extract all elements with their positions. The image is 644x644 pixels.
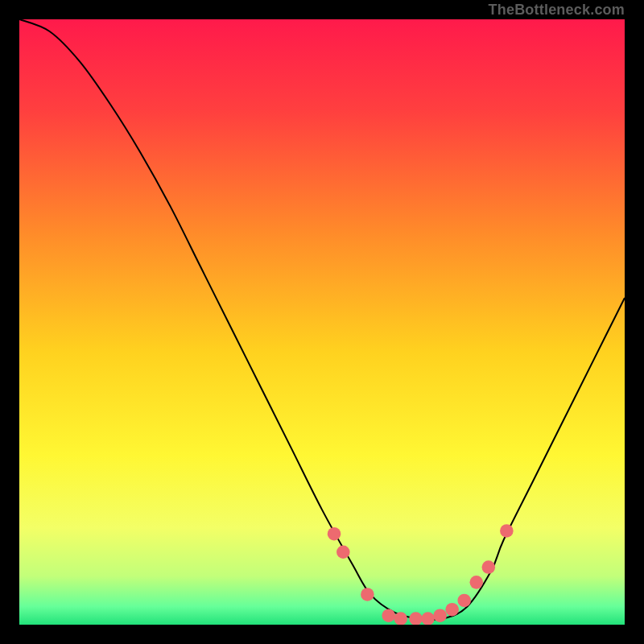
chart-background <box>19 19 625 625</box>
highlight-dot <box>336 545 350 559</box>
highlight-dot <box>421 612 435 625</box>
chart-container <box>19 19 625 625</box>
watermark: TheBottleneck.com <box>489 2 625 19</box>
highlight-dot <box>361 588 374 601</box>
highlight-dot <box>457 594 471 608</box>
highlight-dot <box>328 527 341 541</box>
highlight-dot <box>500 524 514 538</box>
highlight-dot <box>469 576 483 589</box>
bottleneck-chart <box>19 19 625 625</box>
highlight-dot <box>382 609 395 622</box>
highlight-dot <box>482 560 496 574</box>
highlight-dot <box>409 612 423 625</box>
highlight-dot <box>433 609 447 622</box>
highlight-dot <box>394 612 407 625</box>
highlight-dot <box>445 603 459 617</box>
